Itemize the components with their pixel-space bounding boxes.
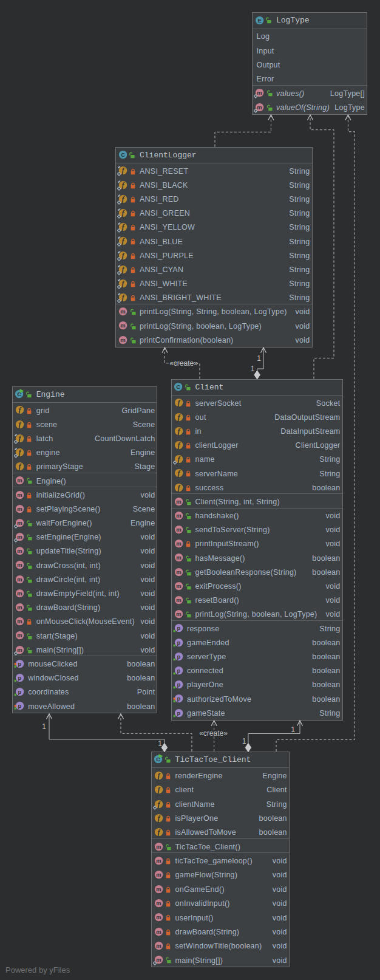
svg-text:p: p [177,695,180,702]
svg-text:m: m [156,857,161,864]
svg-text:m: m [176,540,182,547]
svg-text:f: f [121,166,124,175]
svg-text:m: m [17,646,22,653]
svg-text:f: f [177,469,180,478]
svg-text:m: m [176,583,182,589]
svg-text:C: C [176,383,180,390]
svg-text:f: f [157,814,160,823]
svg-text:C: C [17,391,21,397]
svg-text:f: f [18,406,21,414]
svg-text:m: m [156,942,161,949]
svg-text:m: m [257,104,262,111]
svg-text:m: m [17,576,22,583]
svg-text:m: m [176,498,182,505]
svg-text:1: 1 [42,722,46,731]
svg-text:f: f [177,413,180,421]
svg-text:p: p [18,674,21,681]
svg-text:f: f [177,427,180,435]
svg-text:p: p [177,639,180,646]
svg-text:f: f [121,251,124,259]
svg-text:f: f [177,399,180,407]
svg-text:f: f [121,237,124,245]
svg-text:m: m [176,554,182,561]
svg-text:C: C [156,756,160,762]
svg-text:f: f [121,293,124,302]
svg-text:m: m [17,632,22,639]
svg-text:m: m [176,611,182,617]
svg-text:p: p [177,667,180,674]
svg-text:m: m [120,308,126,315]
svg-text:m: m [176,526,182,533]
svg-text:p: p [177,710,180,716]
svg-text:m: m [156,843,161,850]
svg-text:C: C [121,151,125,158]
svg-text:1: 1 [291,725,295,734]
svg-text:p: p [177,653,180,660]
svg-text:m: m [156,928,161,935]
svg-text:«create»: «create» [199,729,228,738]
svg-text:m: m [257,89,262,96]
svg-text:f: f [157,786,160,794]
svg-text:m: m [176,569,182,575]
svg-text:f: f [121,223,124,231]
svg-text:f: f [121,194,124,203]
svg-text:m: m [17,604,22,611]
svg-text:f: f [18,448,21,457]
svg-text:m: m [156,900,161,906]
svg-text:m: m [176,597,182,603]
svg-text:m: m [176,512,182,519]
svg-text:f: f [121,180,124,189]
svg-text:f: f [18,462,21,471]
svg-text:p: p [18,688,21,695]
svg-text:m: m [17,547,22,554]
svg-text:1: 1 [242,737,246,745]
svg-text:f: f [177,483,180,492]
svg-text:m: m [17,519,22,526]
svg-text:f: f [177,455,180,464]
svg-text:m: m [17,505,22,512]
svg-text:m: m [120,322,126,329]
svg-text:m: m [17,561,22,568]
svg-text:f: f [18,434,21,442]
svg-text:m: m [156,886,161,893]
svg-text:f: f [177,441,180,450]
svg-text:m: m [17,492,22,498]
svg-text:1: 1 [251,365,255,373]
svg-text:f: f [121,265,124,273]
svg-text:f: f [157,771,160,780]
svg-text:f: f [18,420,21,428]
svg-text:m: m [17,590,22,597]
svg-text:p: p [18,660,21,667]
svg-text:1: 1 [158,739,162,748]
svg-text:f: f [121,279,124,288]
svg-text:m: m [156,871,161,878]
svg-text:p: p [177,681,180,688]
svg-text:E: E [257,17,261,24]
svg-text:p: p [177,625,180,631]
svg-text:m: m [17,618,22,625]
svg-text:f: f [121,209,124,218]
svg-text:m: m [17,477,22,484]
svg-text:«create»: «create» [169,359,198,368]
svg-text:m: m [120,337,126,343]
svg-text:f: f [157,800,160,808]
svg-text:p: p [18,702,21,709]
svg-text:m: m [156,914,161,920]
svg-text:1: 1 [257,354,261,363]
svg-text:m: m [156,956,161,963]
svg-text:m: m [17,533,22,540]
svg-text:f: f [157,828,160,837]
